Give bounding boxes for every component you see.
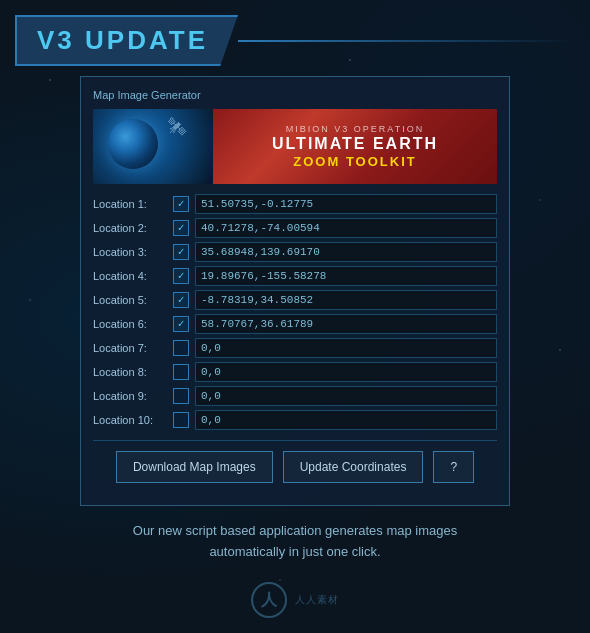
header-line	[238, 40, 575, 42]
main-panel: Map Image Generator 🛰 Mibion V3 Operatio…	[80, 76, 510, 506]
location-label: Location 4:	[93, 270, 173, 282]
update-button[interactable]: Update Coordinates	[283, 451, 424, 483]
location-row: Location 3:	[93, 242, 497, 262]
location-row: Location 1:	[93, 194, 497, 214]
banner: 🛰 Mibion V3 Operation ULTIMATE EARTH ZOO…	[93, 109, 497, 184]
location-input[interactable]	[195, 386, 497, 406]
banner-title-main: ULTIMATE EARTH	[272, 134, 438, 153]
location-checkbox[interactable]	[173, 364, 189, 380]
location-label: Location 10:	[93, 414, 173, 426]
location-input[interactable]	[195, 362, 497, 382]
banner-title-sub: ZOOM TOOLKIT	[293, 154, 416, 169]
banner-text-area: Mibion V3 Operation ULTIMATE EARTH ZOOM …	[213, 109, 497, 184]
location-checkbox[interactable]	[173, 244, 189, 260]
location-row: Location 4:	[93, 266, 497, 286]
location-row: Location 7:	[93, 338, 497, 358]
bottom-text: Our new script based application generat…	[133, 521, 457, 563]
location-input[interactable]	[195, 194, 497, 214]
location-checkbox[interactable]	[173, 388, 189, 404]
watermark: 人 人人素材	[251, 582, 339, 618]
location-checkbox[interactable]	[173, 292, 189, 308]
locations-container: Location 1:Location 2:Location 3:Locatio…	[93, 194, 497, 430]
watermark-text: 人人素材	[295, 593, 339, 607]
v3-title-box: V3 UPDATE	[15, 15, 238, 66]
location-label: Location 1:	[93, 198, 173, 210]
location-input[interactable]	[195, 218, 497, 238]
location-input[interactable]	[195, 266, 497, 286]
banner-subtitle: Mibion V3 Operation	[286, 124, 424, 134]
v3-header: V3 UPDATE	[15, 15, 575, 66]
location-input[interactable]	[195, 314, 497, 334]
location-row: Location 5:	[93, 290, 497, 310]
panel-title: Map Image Generator	[93, 89, 497, 101]
location-input[interactable]	[195, 242, 497, 262]
location-label: Location 6:	[93, 318, 173, 330]
location-input[interactable]	[195, 338, 497, 358]
buttons-area: Download Map Images Update Coordinates ?	[93, 440, 497, 493]
satellite-icon: 🛰	[168, 117, 186, 138]
watermark-symbol: 人	[261, 590, 277, 611]
bottom-text-line2: automatically in just one click.	[133, 542, 457, 563]
location-row: Location 8:	[93, 362, 497, 382]
location-row: Location 9:	[93, 386, 497, 406]
banner-earth-graphic: 🛰	[93, 109, 213, 184]
location-row: Location 2:	[93, 218, 497, 238]
location-label: Location 9:	[93, 390, 173, 402]
location-checkbox[interactable]	[173, 316, 189, 332]
watermark-circle: 人	[251, 582, 287, 618]
location-label: Location 7:	[93, 342, 173, 354]
v3-title: V3 UPDATE	[37, 25, 208, 55]
help-button[interactable]: ?	[433, 451, 474, 483]
download-button[interactable]: Download Map Images	[116, 451, 273, 483]
location-row: Location 6:	[93, 314, 497, 334]
location-checkbox[interactable]	[173, 220, 189, 236]
location-checkbox[interactable]	[173, 340, 189, 356]
location-label: Location 8:	[93, 366, 173, 378]
location-input[interactable]	[195, 290, 497, 310]
location-checkbox[interactable]	[173, 412, 189, 428]
location-label: Location 5:	[93, 294, 173, 306]
location-label: Location 2:	[93, 222, 173, 234]
bottom-text-line1: Our new script based application generat…	[133, 521, 457, 542]
location-checkbox[interactable]	[173, 196, 189, 212]
location-label: Location 3:	[93, 246, 173, 258]
location-row: Location 10:	[93, 410, 497, 430]
location-input[interactable]	[195, 410, 497, 430]
location-checkbox[interactable]	[173, 268, 189, 284]
